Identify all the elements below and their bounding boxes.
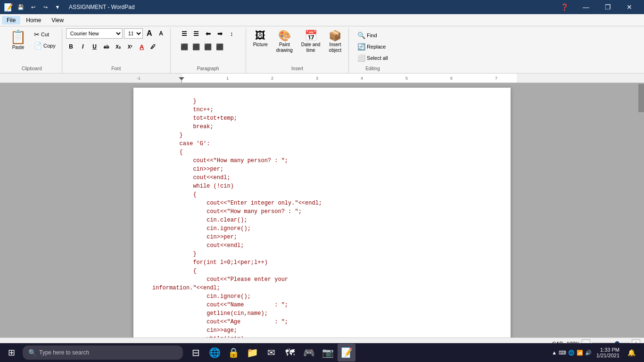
strikethrough-button[interactable]: ab (101, 41, 112, 52)
quick-access-undo[interactable]: ↩ (28, 3, 38, 11)
tray-globe[interactable]: 🌐 (568, 350, 575, 356)
align-center-button[interactable]: ⬛ (191, 41, 201, 52)
taskbar-notification[interactable]: 🔔 (624, 344, 638, 362)
copy-button[interactable]: 📄 Copy (32, 41, 58, 51)
taskbar-security[interactable]: 🔒 (224, 344, 242, 362)
tray-sound[interactable]: 🔊 (585, 350, 592, 356)
increase-indent-button[interactable]: ➡ (215, 28, 225, 39)
menu-file[interactable]: File (2, 16, 20, 25)
clipboard-label: Clipboard (22, 65, 42, 73)
bullets-button[interactable]: ☰ (179, 28, 190, 39)
start-button[interactable]: ⊞ (2, 343, 21, 362)
taskbar-mail[interactable]: ✉ (262, 344, 280, 362)
copy-icon: 📄 (34, 42, 42, 49)
paint-label: Paintdrawing (276, 42, 293, 53)
cut-icon: ✂ (34, 31, 40, 38)
cut-label: Cut (41, 32, 49, 37)
title-bar-controls: ❓ — ❐ ✕ (553, 0, 640, 14)
superscript-button[interactable]: X² (125, 41, 135, 52)
font-row-1: Courier New 11 A A (66, 28, 166, 39)
svg-text:7: 7 (495, 76, 497, 81)
highlight-button[interactable]: 🖊 (148, 41, 158, 52)
cut-button[interactable]: ✂ Cut (32, 29, 58, 40)
replace-button[interactable]: 🔄 Replace (355, 41, 388, 52)
taskbar-clock[interactable]: 1:33 PM 1/21/2021 (594, 347, 622, 358)
menu-view[interactable]: View (47, 16, 68, 25)
taskbar-files[interactable]: 📁 (243, 344, 261, 362)
paste-label: Paste (12, 45, 25, 50)
quick-access-save[interactable]: 💾 (16, 3, 25, 11)
insert-object-button[interactable]: 📦 Insertobject (325, 28, 345, 56)
search-input[interactable] (39, 349, 177, 356)
quick-access-redo[interactable]: ↪ (41, 3, 50, 11)
maximize-button[interactable]: ❐ (597, 0, 619, 14)
taskbar-maps[interactable]: 🗺 (281, 344, 299, 362)
date-time-button[interactable]: 📅 Date andtime (298, 28, 324, 56)
minimize-button[interactable]: — (575, 0, 597, 14)
close-button[interactable]: ✕ (619, 0, 640, 14)
datetime-label: Date andtime (301, 42, 321, 53)
taskbar-wordpad[interactable]: 📝 (338, 344, 355, 362)
taskbar-photos[interactable]: 📷 (319, 344, 337, 362)
paste-icon: 📋 (10, 31, 26, 44)
align-left-button[interactable]: ⬛ (179, 41, 190, 52)
font-label: Font (111, 65, 121, 73)
taskbar-right: ▲ ⌨ 🌐 📶 🔊 1:33 PM 1/21/2021 🔔 (552, 344, 642, 362)
title-bar-left: 📝 💾 ↩ ↪ ▼ ASSIGNMENT - WordPad (4, 3, 135, 12)
tray-network[interactable]: 📶 (577, 350, 583, 356)
scrollbar-thumb[interactable] (638, 84, 644, 112)
paragraph-content: ☰ ☰ ⬅ ➡ ↕ ⬛ ⬛ ⬛ ⬛ (179, 28, 237, 65)
paint-icon: 🎨 (278, 31, 291, 41)
picture-icon: 🖼 (255, 31, 265, 41)
svg-text:6: 6 (450, 76, 453, 81)
font-color-button[interactable]: A (137, 41, 147, 52)
find-button[interactable]: 🔍 Find (355, 30, 379, 41)
justify-button[interactable]: ⬛ (215, 41, 225, 52)
font-name-select[interactable]: Courier New (66, 28, 123, 39)
bold-button[interactable]: B (66, 41, 76, 52)
paint-drawing-button[interactable]: 🎨 Paintdrawing (273, 28, 296, 56)
italic-button[interactable]: I (78, 41, 88, 52)
font-color-group: A 🖊 (137, 41, 158, 52)
taskbar: ⊞ 🔍 ⊟ 🌐 🔒 📁 ✉ 🗺 🎮 📷 📝 ▲ ⌨ 🌐 📶 🔊 1:33 PM … (0, 343, 644, 362)
menu-home[interactable]: Home (21, 16, 46, 25)
taskbar-search[interactable]: 🔍 (23, 346, 183, 360)
help-button[interactable]: ❓ (553, 0, 575, 14)
subscript-button[interactable]: X₂ (113, 41, 124, 52)
quick-access-dropdown[interactable]: ▼ (53, 3, 62, 11)
font-grow-button[interactable]: A (144, 28, 155, 39)
select-all-button[interactable]: ⬜ Select all (355, 53, 390, 63)
decrease-indent-button[interactable]: ⬅ (203, 28, 213, 39)
tray-keyboard[interactable]: ⌨ (559, 350, 566, 356)
svg-marker-10 (179, 77, 184, 80)
line-spacing-button[interactable]: ↕ (226, 28, 237, 39)
font-size-select[interactable]: 11 (124, 28, 143, 39)
tray-up-arrow[interactable]: ▲ (552, 350, 557, 355)
taskbar-time: 1:33 PM (600, 347, 619, 353)
cut-copy-column: ✂ Cut 📄 Copy (32, 28, 58, 63)
taskbar-icons: ⊟ 🌐 🔒 📁 ✉ 🗺 🎮 📷 📝 (187, 344, 355, 362)
taskbar-app1[interactable]: 🎮 (300, 344, 318, 362)
paste-button[interactable]: 📋 Paste (6, 28, 31, 63)
ribbon-editing-group: 🔍 Find 🔄 Replace ⬜ Select all Editing (349, 28, 396, 73)
insert-content: 🖼 Picture 🎨 Paintdrawing 📅 Date andtime … (250, 28, 345, 65)
svg-text:4: 4 (361, 76, 363, 81)
ribbon-clipboard-group: 📋 Paste ✂ Cut 📄 Copy Clipboard (2, 28, 62, 73)
font-content: Courier New 11 A A B I U ab X₂ X² A 🖊 (66, 28, 166, 65)
select-all-icon: ⬜ (357, 54, 365, 62)
picture-button[interactable]: 🖼 Picture (250, 28, 271, 50)
numbering-button[interactable]: ☰ (191, 28, 201, 39)
code-content[interactable]: } tnc++; tot=tot+temp; break; } case 'G'… (152, 97, 492, 337)
underline-button[interactable]: U (90, 41, 100, 52)
object-label: Insertobject (329, 42, 342, 53)
align-right-button[interactable]: ⬛ (203, 41, 213, 52)
replace-label: Replace (367, 44, 386, 49)
wordpad-icon: 📝 (4, 3, 13, 12)
para-row-1: ☰ ☰ ⬅ ➡ ↕ (179, 28, 237, 39)
document-area[interactable]: } tnc++; tot=tot+temp; break; } case 'G'… (0, 83, 644, 337)
font-shrink-button[interactable]: A (156, 28, 166, 39)
taskbar-task-view[interactable]: ⊟ (187, 344, 205, 362)
taskbar-edge[interactable]: 🌐 (206, 344, 223, 362)
replace-icon: 🔄 (357, 43, 365, 50)
ruler-svg: -1 | 1 2 3 4 5 6 7 (0, 74, 644, 83)
